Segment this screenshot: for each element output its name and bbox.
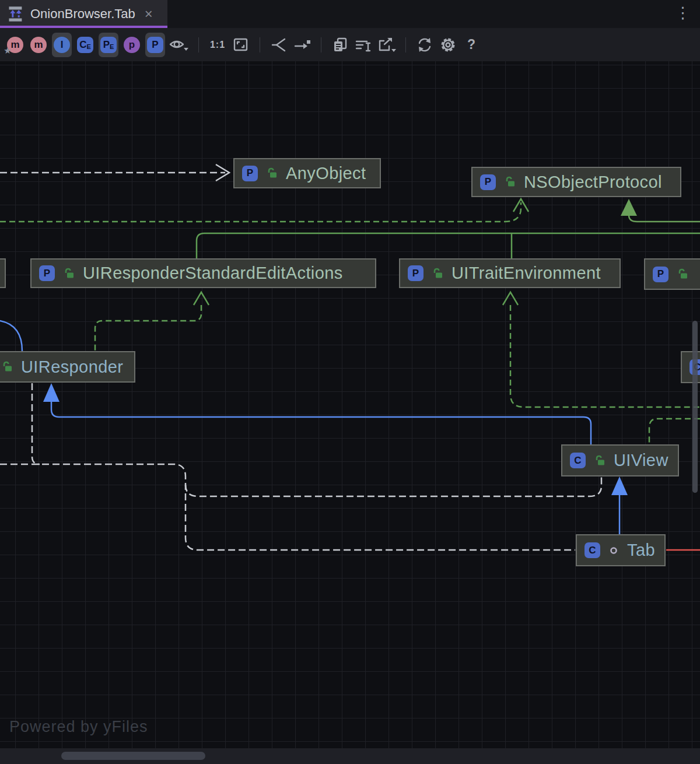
node-partial-right-protocol[interactable]: P bbox=[644, 258, 700, 290]
class-methods-filter-button[interactable]: m ★ bbox=[5, 33, 25, 57]
toolbar-separator bbox=[321, 37, 321, 52]
tab-title: OnionBrowser.Tab bbox=[30, 6, 135, 22]
edge-to-nsobjectprotocol-dashed bbox=[0, 202, 521, 222]
node-tab[interactable]: C Tab bbox=[576, 534, 666, 566]
diagram-toolbar: m ★ m I CE PE p P 1: bbox=[0, 28, 700, 61]
visibility-level-button[interactable] bbox=[169, 33, 190, 57]
edit-node-label-button[interactable] bbox=[354, 33, 373, 57]
overflow-menu-icon[interactable]: ⋮ bbox=[670, 2, 695, 23]
edge-to-nsobjectprotocol-solid bbox=[629, 215, 700, 222]
node-uiresponder[interactable]: P UIResponder bbox=[0, 351, 135, 383]
edge-uiresponder-superclass bbox=[0, 320, 22, 351]
settings-button[interactable] bbox=[438, 33, 458, 57]
diagram-canvas[interactable]: P AnyObject P NSObjectProtocol P UIRespo… bbox=[0, 61, 700, 748]
toolbar-separator bbox=[260, 37, 260, 52]
class-extensions-filter-button[interactable]: CE bbox=[75, 33, 95, 57]
node-uiview[interactable]: C UIView bbox=[561, 444, 679, 476]
edge-uiresponder-conformance bbox=[95, 305, 201, 351]
node-label: NSObjectProtocol bbox=[524, 173, 662, 192]
fit-content-button[interactable] bbox=[231, 33, 251, 57]
tab-close-icon[interactable]: × bbox=[145, 7, 153, 21]
public-lock-icon bbox=[676, 268, 689, 281]
edge-to-nsobjectprotocol-filled-arrowhead bbox=[621, 199, 637, 216]
copy-icon bbox=[332, 37, 348, 53]
node-label: UIResponderStandardEditActions bbox=[83, 264, 343, 283]
protocol-badge-icon: P bbox=[653, 267, 668, 282]
edge-uiview-uiresponder-arrowhead bbox=[43, 383, 60, 402]
star-icon: ★ bbox=[4, 45, 11, 56]
yfiles-watermark: Powered by yFiles bbox=[9, 718, 148, 736]
refresh-button[interactable] bbox=[415, 33, 435, 57]
actual-size-button[interactable]: 1:1 bbox=[208, 33, 228, 57]
toolbar-separator bbox=[198, 37, 199, 52]
class-badge-icon: C bbox=[584, 542, 600, 558]
horizontal-scrollbar-thumb[interactable] bbox=[61, 752, 205, 760]
gear-icon bbox=[439, 36, 457, 54]
route-edges-button[interactable] bbox=[292, 33, 312, 57]
help-button[interactable]: ? bbox=[461, 33, 481, 57]
export-icon bbox=[377, 37, 397, 53]
edge-uitraitenvironment-conformance bbox=[510, 305, 700, 407]
public-lock-icon bbox=[265, 167, 278, 180]
node-label: AnyObject bbox=[286, 164, 366, 183]
protocols-filter-button[interactable]: P bbox=[145, 33, 165, 57]
editor-tab-bar: OnionBrowser.Tab × ⋮ bbox=[0, 0, 700, 28]
node-partial-left[interactable] bbox=[0, 258, 6, 288]
edge-dashed-from-uiresponder bbox=[32, 383, 40, 464]
class-extensions-icon: CE bbox=[77, 37, 93, 53]
public-lock-icon bbox=[593, 454, 606, 467]
horizontal-scrollbar[interactable] bbox=[0, 748, 700, 764]
eye-icon bbox=[169, 37, 190, 53]
node-label: UIResponder bbox=[21, 358, 123, 377]
uml-diagram-file-icon bbox=[7, 5, 24, 23]
member-filter-group: m ★ m I CE PE p P bbox=[4, 33, 191, 57]
protocol-badge-icon: P bbox=[242, 166, 258, 181]
inner-types-icon: I bbox=[54, 37, 70, 53]
edge-green-bus bbox=[197, 233, 700, 258]
copy-diagram-button[interactable] bbox=[330, 33, 350, 57]
node-label: UIView bbox=[614, 451, 668, 470]
protocol-extensions-filter-button[interactable]: PE bbox=[99, 33, 118, 57]
refresh-icon bbox=[416, 36, 433, 54]
class-badge-icon: C bbox=[570, 453, 586, 468]
public-lock-icon bbox=[431, 267, 444, 280]
internal-access-icon bbox=[608, 545, 620, 556]
edit-text-icon bbox=[355, 37, 372, 52]
public-lock-icon bbox=[503, 176, 516, 188]
properties-icon: p bbox=[124, 37, 140, 53]
route-edge-icon bbox=[293, 38, 311, 52]
edge-dashed-to-uiview bbox=[186, 477, 601, 496]
apply-layout-button[interactable] bbox=[269, 33, 289, 57]
node-uiresponderstandardeditactions[interactable]: P UIResponderStandardEditActions bbox=[30, 258, 376, 288]
protocols-icon: P bbox=[147, 37, 163, 53]
methods-icon: m bbox=[30, 37, 47, 53]
edge-dashed-to-tab bbox=[0, 464, 575, 550]
node-anyobject[interactable]: P AnyObject bbox=[233, 158, 381, 188]
protocol-badge-icon: P bbox=[480, 174, 496, 190]
public-lock-icon bbox=[62, 267, 75, 280]
protocol-badge-icon: P bbox=[39, 265, 55, 281]
node-uitraitenvironment[interactable]: P UITraitEnvironment bbox=[399, 258, 621, 288]
layout-fork-icon bbox=[270, 36, 288, 54]
active-tab-underline bbox=[0, 26, 167, 28]
export-diagram-button[interactable] bbox=[377, 33, 397, 57]
edge-tab-uiview-arrowhead bbox=[611, 476, 628, 495]
properties-filter-button[interactable]: p bbox=[122, 33, 142, 57]
node-nsobjectprotocol[interactable]: P NSObjectProtocol bbox=[471, 167, 681, 197]
node-label: Tab bbox=[627, 541, 655, 560]
protocol-extensions-icon: PE bbox=[100, 37, 117, 53]
node-label: UITraitEnvironment bbox=[452, 264, 601, 283]
fit-content-icon bbox=[233, 37, 249, 52]
vertical-scrollbar-thumb[interactable] bbox=[692, 321, 698, 493]
protocol-badge-icon: P bbox=[408, 265, 424, 281]
tab-onionbrowser-tab[interactable]: OnionBrowser.Tab × bbox=[0, 0, 167, 28]
inner-types-filter-button[interactable]: I bbox=[52, 33, 72, 57]
methods-filter-button[interactable]: m bbox=[29, 33, 48, 57]
public-lock-icon bbox=[1, 360, 13, 373]
edge-uiview-uiresponder bbox=[51, 402, 591, 444]
toolbar-separator bbox=[405, 37, 406, 52]
edge-uitraitenvironment-arrowhead bbox=[503, 292, 518, 305]
edge-uiresponder-conformance-arrowhead bbox=[194, 292, 209, 305]
